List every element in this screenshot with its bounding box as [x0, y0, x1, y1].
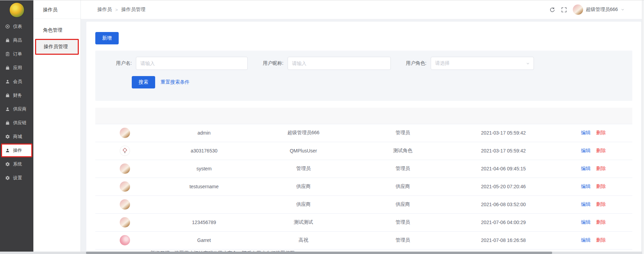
sidebar-item-supply-chain[interactable]: 供应链	[0, 116, 33, 130]
cell-actions: 编辑 删除	[555, 195, 632, 213]
delete-link[interactable]: 删除	[596, 130, 606, 135]
user-menu[interactable]: 超级管理员666	[573, 4, 625, 15]
user-name: 超级管理员666	[586, 7, 618, 13]
sidebar-item-operations[interactable]: 操作	[1, 144, 32, 157]
chevron-down-icon	[621, 8, 625, 12]
edit-link[interactable]: 编辑	[581, 201, 591, 207]
nickname-label: 用户昵称:	[263, 60, 283, 66]
edit-link[interactable]: 编辑	[581, 183, 591, 189]
table-column-header	[555, 108, 632, 124]
sidebar: 仪表 商品 订单 应用 会员 财务 供应商 供应链 商城 操作 系统 设置	[0, 0, 33, 252]
table-header-row	[95, 108, 632, 124]
cell-actions: 编辑 删除	[555, 231, 632, 249]
sidebar-item-label: 系统	[13, 161, 22, 167]
cell-avatar	[95, 142, 154, 160]
search-button[interactable]: 搜索	[132, 76, 155, 88]
delete-link[interactable]: 删除	[596, 237, 606, 243]
refresh-icon[interactable]	[549, 7, 555, 13]
cell-created: 2021-06-08 03:52:00	[452, 195, 555, 213]
sidebar-item-label: 商品	[13, 37, 22, 43]
sidebar-item-label: 应用	[13, 65, 22, 71]
role-select[interactable]: 请选择	[431, 57, 534, 70]
content-area: 新增 用户名: 用户昵称: 用户角色:	[81, 19, 644, 252]
gear-icon	[5, 162, 10, 167]
cell-actions: 编辑 删除	[555, 213, 632, 231]
sidebar-item-members[interactable]: 会员	[0, 75, 33, 88]
edit-link[interactable]: 编辑	[581, 130, 591, 135]
reset-search-link[interactable]: 重置搜索条件	[161, 79, 190, 85]
sidebar-item-label: 财务	[13, 92, 22, 98]
add-button[interactable]: 新增	[95, 32, 119, 44]
cell-nickname: 高祝	[254, 231, 353, 249]
submenu-item-role-management[interactable]: 角色管理	[33, 22, 80, 39]
sidebar-item-suppliers[interactable]: 供应商	[0, 102, 33, 116]
cell-avatar	[95, 160, 154, 178]
horizontal-scrollbar[interactable]	[0, 252, 642, 254]
sidebar-item-goods[interactable]: 商品	[0, 33, 33, 47]
user-icon	[5, 148, 10, 153]
cell-created: 2021-04-06 09:45:15	[452, 160, 555, 178]
qmplus-logo-avatar	[120, 146, 130, 156]
cell-actions: 编辑 删除	[555, 142, 632, 160]
bag-icon	[5, 65, 10, 70]
main-area: 操作员 > 操作员管理 超级管理员666 新增	[81, 0, 644, 252]
cell-avatar	[95, 213, 154, 231]
delete-link[interactable]: 删除	[596, 201, 606, 207]
cell-role: 供应商	[353, 195, 452, 213]
sidebar-item-finance[interactable]: 财务	[0, 88, 33, 102]
edit-link[interactable]: 编辑	[581, 237, 591, 243]
cell-created: 2021-03-17 05:59:42	[452, 142, 555, 160]
sidebar-item-dashboard[interactable]: 仪表	[0, 20, 33, 33]
sidebar-item-apps[interactable]: 应用	[0, 61, 33, 75]
submenu-item-label: 操作员管理	[44, 44, 68, 50]
nickname-input[interactable]	[288, 57, 391, 70]
breadcrumb: 操作员 > 操作员管理	[97, 7, 146, 13]
vertical-scrollbar[interactable]	[642, 0, 644, 254]
sidebar-item-label: 商城	[13, 134, 22, 140]
cell-username: 123456789	[154, 213, 254, 231]
sidebar-item-system[interactable]: 系统	[0, 157, 33, 171]
cell-nickname: QMPlusUser	[254, 142, 353, 160]
sidebar-item-settings[interactable]: 设置	[0, 171, 33, 185]
cell-username: system	[154, 160, 254, 178]
delete-link[interactable]: 删除	[596, 148, 606, 153]
users-table: admin 超级管理员666 管理员 2021-03-17 05:59:42 编…	[95, 108, 632, 250]
cell-actions: 编辑 删除	[555, 160, 632, 178]
dog-avatar	[120, 128, 130, 138]
sidebar-item-orders[interactable]: 订单	[0, 47, 33, 61]
edit-link[interactable]: 编辑	[581, 219, 591, 225]
search-fields-row: 用户名: 用户昵称: 用户角色: 请选择	[116, 57, 624, 70]
table-row: a303176530 QMPlusUser 测试角色 2021-03-17 05…	[95, 142, 632, 160]
role-label: 用户角色:	[406, 60, 427, 66]
edit-link[interactable]: 编辑	[581, 148, 591, 153]
tulip-logo[interactable]	[9, 2, 24, 18]
username-label: 用户名:	[116, 60, 132, 66]
dog-avatar	[120, 163, 130, 174]
sidebar-item-label: 供应商	[13, 106, 26, 112]
sidebar-item-label: 设置	[13, 175, 22, 181]
table-row: testusername 供应商 供应商 2021-05-20 07:20:46…	[95, 178, 632, 195]
fullscreen-icon[interactable]	[561, 7, 567, 13]
edit-link[interactable]: 编辑	[581, 166, 591, 171]
dog-avatar	[120, 199, 130, 210]
sidebar-item-mall[interactable]: 商城	[0, 130, 33, 144]
delete-link[interactable]: 删除	[596, 183, 606, 189]
horizontal-scrollbar-thumb[interactable]	[86, 252, 552, 254]
cell-created: 2021-05-20 07:20:46	[452, 178, 555, 195]
submenu-item-operator-management[interactable]: 操作员管理	[35, 39, 79, 55]
table-column-header	[95, 108, 154, 124]
user-avatar	[573, 4, 583, 15]
role-select-placeholder: 请选择	[435, 60, 450, 66]
bag-icon	[5, 38, 10, 43]
delete-link[interactable]: 删除	[596, 166, 606, 171]
breadcrumb-item[interactable]: 操作员	[97, 7, 112, 13]
username-field: 用户名:	[116, 57, 248, 70]
cell-avatar	[95, 231, 154, 249]
table-row: 123456789 测试测试 管理员 2021-07-06 04:00:29 编…	[95, 213, 632, 231]
cell-role: 管理员	[353, 124, 452, 142]
cell-role: 管理员	[353, 213, 452, 231]
delete-link[interactable]: 删除	[596, 219, 606, 225]
cell-actions: 编辑 删除	[555, 124, 632, 142]
username-input[interactable]	[136, 57, 248, 70]
sidebar-item-label: 仪表	[13, 23, 22, 30]
